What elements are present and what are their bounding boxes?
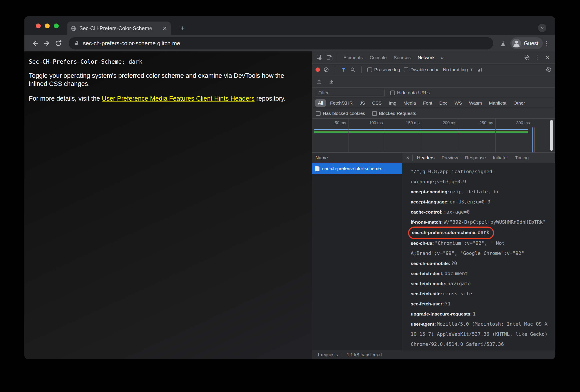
devtools-tab-network[interactable]: Network (414, 51, 438, 64)
network-overview: 50 ms100 ms150 ms200 ms250 ms300 ms (312, 119, 555, 153)
filter-funnel-icon[interactable] (341, 67, 346, 73)
browser-toolbar: sec-ch-prefers-color-scheme.glitch.me Gu… (24, 35, 555, 51)
divider (335, 66, 335, 73)
header-name: accept-encoding: (411, 189, 449, 194)
type-filter-media[interactable]: Media (401, 99, 419, 107)
reload-button[interactable] (53, 38, 64, 49)
request-type-filters: AllFetch/XHRJSCSSImgMediaFontDocWSWasmMa… (312, 98, 555, 108)
divider (361, 66, 362, 73)
tab-title: Sec-CH-Prefers-Color-Scheme (79, 25, 160, 31)
close-window-button[interactable] (36, 23, 41, 28)
header-value: cross-site (443, 291, 472, 296)
inspect-element-icon[interactable] (315, 53, 324, 62)
detail-tab-initiator[interactable]: Initiator (489, 153, 512, 163)
device-toolbar-icon[interactable] (325, 53, 334, 62)
throttling-dropdown[interactable]: No throttling ▼ (443, 67, 473, 72)
header-value: dark (478, 230, 489, 235)
clear-network-log-icon[interactable] (323, 67, 329, 73)
devtools-tabbar: ElementsConsoleSourcesNetwork » ⋮ ✕ (312, 51, 555, 64)
devtools-tab-sources[interactable]: Sources (390, 51, 414, 64)
network-conditions-icon[interactable] (477, 67, 483, 73)
new-tab-button[interactable]: + (178, 24, 187, 32)
header-value: W/"392-B+pCtpzl+pyWUSHMRn9dhHIbTRk" (444, 219, 546, 225)
disable-cache-checkbox[interactable]: Disable cache (404, 67, 439, 72)
more-tabs-icon[interactable]: » (439, 55, 446, 61)
detail-tab-response[interactable]: Response (461, 153, 489, 163)
maximize-window-button[interactable] (54, 23, 59, 28)
timeline-label: 200 ms (424, 120, 456, 125)
experiments-flask-icon[interactable] (498, 38, 508, 48)
grid-line (422, 119, 422, 152)
grid-line (495, 119, 496, 152)
minimize-window-button[interactable] (45, 23, 50, 28)
devtools-tab-console[interactable]: Console (366, 51, 390, 64)
type-filter-all[interactable]: All (315, 99, 326, 107)
network-settings-gear-icon[interactable] (546, 67, 552, 73)
checkbox-blocked-requests[interactable]: Blocked Requests (372, 111, 416, 116)
header-name: user-agent: (411, 321, 436, 326)
devtools-tab-elements[interactable]: Elements (340, 51, 366, 64)
grid-line (532, 119, 532, 152)
preserve-log-checkbox[interactable]: Preserve log (367, 67, 400, 72)
record-network-log-icon[interactable] (315, 68, 320, 72)
forward-button[interactable] (41, 38, 53, 49)
hide-data-urls-checkbox[interactable]: Hide data URLs (390, 90, 430, 95)
header-name: sec-fetch-user: (411, 301, 444, 306)
header-value: */*;q=0.8,application/signed-exchange;v=… (411, 169, 495, 184)
timeline-label: 150 ms (387, 120, 420, 125)
browser-tab[interactable]: Sec-CH-Prefers-Color-Scheme ✕ (67, 21, 171, 35)
back-button[interactable] (30, 38, 41, 49)
search-icon[interactable] (350, 67, 356, 73)
import-har-icon[interactable] (316, 79, 322, 85)
name-column-header[interactable]: Name (312, 153, 402, 163)
overview-scrollbar[interactable] (550, 120, 553, 151)
chevron-down-icon: ▼ (470, 68, 473, 72)
type-filter-wasm[interactable]: Wasm (466, 99, 485, 107)
type-filter-doc[interactable]: Doc (436, 99, 450, 107)
type-filter-js[interactable]: JS (357, 99, 368, 107)
request-header-line: */*;q=0.8,application/signed-exchange;v=… (411, 167, 548, 187)
detail-tab-timing[interactable]: Timing (512, 153, 532, 163)
profile-button[interactable]: Guest (510, 37, 543, 49)
type-filter-manifest[interactable]: Manifest (486, 99, 509, 107)
header-name: upgrade-insecure-requests: (411, 311, 472, 316)
header-name: sec-fetch-mode: (411, 281, 446, 286)
type-filter-other[interactable]: Other (511, 99, 528, 107)
tab-close-icon[interactable]: ✕ (162, 25, 167, 31)
type-filter-ws[interactable]: WS (452, 99, 465, 107)
type-filter-img[interactable]: Img (386, 99, 399, 107)
content-area: Sec-CH-Prefers-Color-Scheme: dark Toggle… (24, 51, 555, 359)
repository-link[interactable]: User Preference Media Features Client Hi… (102, 95, 255, 102)
request-details: ✕ HeadersPreviewResponseInitiatorTiming … (402, 153, 555, 350)
type-filter-font[interactable]: Font (420, 99, 435, 107)
browser-menu-icon[interactable]: ⋮ (543, 40, 551, 47)
checkbox-icon (367, 68, 372, 72)
detail-tab-headers[interactable]: Headers (414, 153, 438, 163)
tab-search-chevron-button[interactable] (538, 24, 546, 32)
lock-icon (74, 41, 79, 46)
overview-bar-content (314, 131, 528, 133)
export-har-icon[interactable] (328, 79, 334, 85)
requests-list: Name sec-ch-prefers-color-scheme... (312, 153, 402, 350)
devtools-close-icon[interactable]: ✕ (542, 53, 552, 62)
request-header-line: cache-control: max-age=0 (411, 207, 548, 217)
request-row[interactable]: sec-ch-prefers-color-scheme... (312, 163, 402, 174)
type-filter-fetch-xhr[interactable]: Fetch/XHR (327, 99, 356, 107)
request-header-line: accept-language: en-US,en;q=0.9 (411, 197, 548, 207)
checkbox-has-blocked-cookies[interactable]: Has blocked cookies (316, 111, 365, 116)
globe-favicon-icon (71, 25, 77, 31)
close-details-icon[interactable]: ✕ (404, 153, 412, 163)
detail-tab-preview[interactable]: Preview (438, 153, 461, 163)
divider (413, 154, 413, 161)
devtools-menu-icon[interactable]: ⋮ (532, 53, 542, 62)
header-name: sec-fetch-dest: (411, 271, 443, 276)
type-filter-css[interactable]: CSS (369, 99, 385, 107)
devtools-settings-gear-icon[interactable] (522, 53, 532, 62)
url-bar[interactable]: sec-ch-prefers-color-scheme.glitch.me (69, 37, 493, 49)
header-value: ?1 (445, 301, 451, 306)
filter-input[interactable] (316, 89, 385, 97)
request-name: sec-ch-prefers-color-scheme... (322, 166, 387, 171)
request-header-line: accept-encoding: gzip, deflate, br (411, 187, 548, 197)
overview-bar-waiting (314, 129, 528, 130)
grid-line (459, 119, 459, 152)
